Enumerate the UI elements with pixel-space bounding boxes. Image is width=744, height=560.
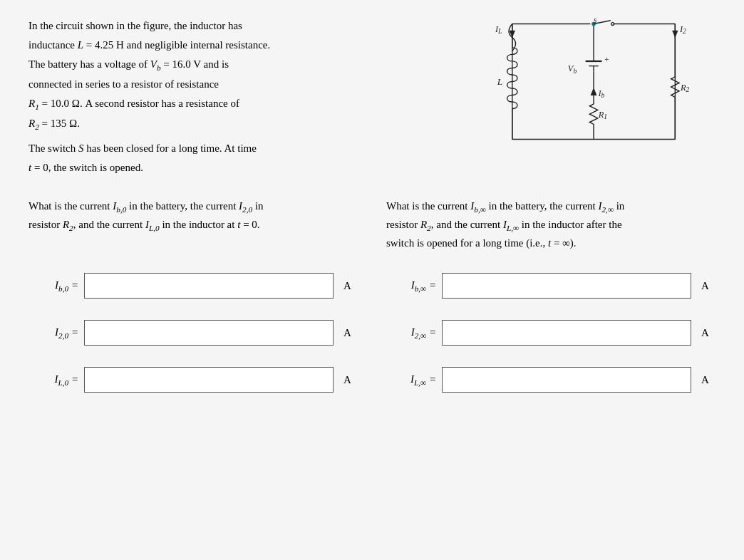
q-right-line3: switch is opened for a long time (i.e., … [386, 234, 715, 252]
il-label: IL [495, 24, 502, 35]
battery-plus: + [604, 56, 609, 64]
ilinf-input[interactable] [442, 367, 691, 393]
problem-text: In the circuit shown in the figure, the … [29, 17, 445, 177]
i20-unit: A [343, 327, 358, 339]
input-row-1: Ib,0 = A Ib,∞ = A [29, 273, 715, 299]
problem-line3: The battery has a voltage of Vb = 16.0 V… [29, 56, 430, 75]
i20-input[interactable] [84, 320, 334, 346]
ilinf-label: IL,∞ = [386, 373, 436, 387]
i2inf-input[interactable] [442, 320, 691, 346]
input-row-3: IL,0 = A IL,∞ = A [29, 367, 715, 393]
input-ilinf-group: IL,∞ = A [386, 367, 715, 393]
ib0-label: Ib,0 = [29, 279, 78, 293]
switch-right-contact [611, 23, 614, 26]
i2inf-label: I2,∞ = [386, 326, 436, 340]
svg-marker-13 [591, 88, 596, 95]
question-right: What is the current Ib,∞ in the battery,… [386, 197, 715, 252]
vb-label: Vb [568, 63, 577, 75]
problem-line6: R2 = 135 Ω. [29, 115, 430, 134]
i2-arrow [673, 31, 678, 38]
input-ib0-group: Ib,0 = A [29, 273, 358, 299]
ilinf-unit: A [701, 374, 715, 386]
input-row-2: I2,0 = A I2,∞ = A [29, 320, 715, 346]
problem-line5: R1 = 10.0 Ω. A second resistor has a res… [29, 95, 430, 114]
switch-section: The switch S has been closed for a long … [29, 140, 430, 177]
input-ibinf-group: Ib,∞ = A [386, 273, 715, 299]
q-left-line1: What is the current Ib,0 in the battery,… [29, 197, 358, 216]
il0-unit: A [343, 374, 358, 386]
ibinf-unit: A [701, 280, 715, 292]
ib0-input[interactable] [84, 273, 334, 299]
switch-line2: t = 0, the switch is opened. [29, 159, 430, 177]
il0-input[interactable] [84, 367, 334, 393]
circuit-diagram: + Vb Ib R1 R2 [445, 17, 715, 177]
ib-label: Ib [598, 89, 605, 99]
i2-label: I2 [679, 24, 686, 35]
r2-label: R2 [680, 83, 690, 93]
top-section: In the circuit shown in the figure, the … [29, 17, 715, 177]
il0-label: IL,0 = [29, 373, 78, 387]
inputs-section: Ib,0 = A Ib,∞ = A I2,0 = A I2,∞ = A [29, 273, 715, 393]
questions-section: What is the current Ib,0 in the battery,… [29, 197, 715, 252]
ib0-unit: A [343, 280, 358, 292]
il-arrow [510, 31, 515, 38]
circuit-svg: + Vb Ib R1 R2 [452, 17, 708, 160]
q-right-line2: resistor R2, and the current IL,∞ in the… [386, 216, 715, 234]
input-il0-group: IL,0 = A [29, 367, 358, 393]
ibinf-label: Ib,∞ = [386, 279, 436, 293]
i20-label: I2,0 = [29, 326, 78, 340]
r1-label: R1 [598, 110, 607, 120]
input-i2inf-group: I2,∞ = A [386, 320, 715, 346]
l-label: L [497, 76, 502, 87]
problem-line4: connected in series to a resistor of res… [29, 76, 430, 93]
problem-line2: inductance L = 4.25 H and negligible int… [29, 36, 430, 54]
q-left-line2: resistor R2, and the current IL,0 in the… [29, 216, 358, 234]
switch-line1: The switch S has been closed for a long … [29, 140, 430, 157]
ibinf-input[interactable] [442, 273, 691, 299]
problem-line1: In the circuit shown in the figure, the … [29, 17, 430, 35]
page: In the circuit shown in the figure, the … [0, 0, 744, 560]
input-i20-group: I2,0 = A [29, 320, 358, 346]
i2inf-unit: A [701, 327, 715, 339]
question-left: What is the current Ib,0 in the battery,… [29, 197, 358, 252]
q-right-line1: What is the current Ib,∞ in the battery,… [386, 197, 715, 216]
